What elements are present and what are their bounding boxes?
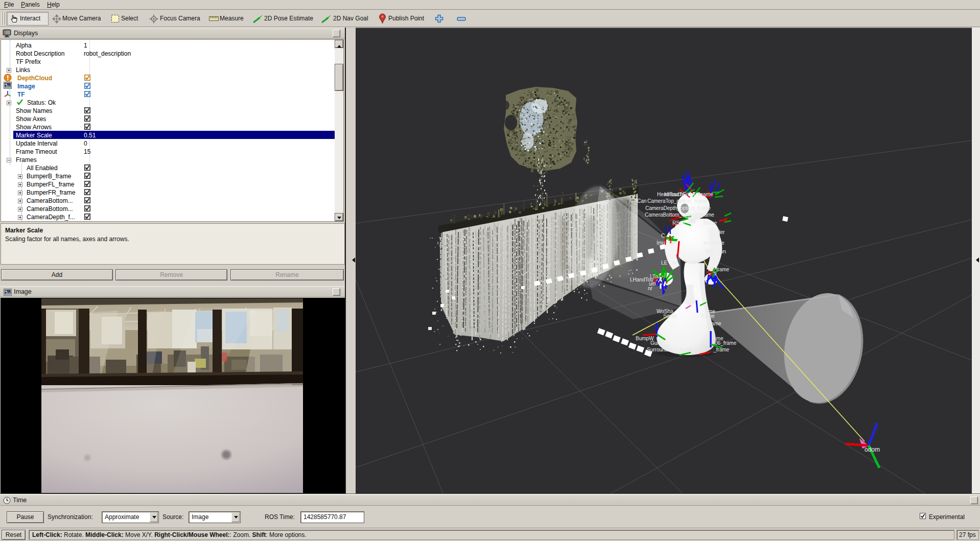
svg-text:RFi: RFi: [705, 249, 713, 254]
svg-text:der: der: [717, 229, 725, 235]
svg-text:wn: wn: [719, 249, 726, 254]
svg-text:CameraTop_optical_frame: CameraTop_optical_frame: [647, 198, 708, 204]
svg-text:RSpe: RSpe: [672, 220, 685, 226]
svg-text:nr: nr: [648, 286, 653, 291]
svg-text:frame: frame: [680, 347, 693, 352]
svg-text:_frame: _frame: [713, 347, 730, 352]
svg-text:Can: Can: [637, 198, 646, 204]
svg-text:C: C: [661, 233, 665, 239]
svg-text:w: w: [672, 260, 676, 266]
svg-text:Surroundi: Surroundi: [647, 347, 669, 352]
svg-text:CameraBottom_opticalmframe: CameraBottom_opticalmframe: [645, 212, 714, 218]
svg-text:CameraDepth_optical_frame: CameraDepth_optical_frame: [645, 205, 711, 211]
svg-text:odom: odom: [865, 446, 880, 453]
svg-text:frame: frame: [702, 313, 715, 319]
svg-text:LE: LE: [661, 260, 668, 266]
svg-text:terFrame: terFrame: [704, 240, 725, 246]
svg-text:Gun: Gun: [650, 340, 660, 346]
svg-text:HesadTo: HesadTo: [664, 192, 685, 197]
svg-text:kk_frame: kk_frame: [708, 267, 730, 272]
svg-text:Imu_Tar: Imu_Tar: [657, 240, 675, 246]
svg-text:Sonar: Sonar: [663, 313, 677, 319]
svg-text:_frame: _frame: [701, 220, 717, 226]
svg-text:06_frame: 06_frame: [715, 340, 737, 346]
